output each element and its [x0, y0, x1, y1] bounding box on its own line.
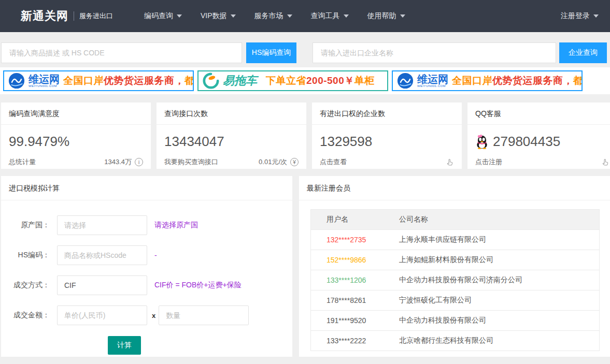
member-company: 上海永顺丰供应链有限公司 — [399, 235, 486, 244]
calculator-panel-title: 进口税模拟计算 — [1, 176, 292, 200]
stat-title: 有进出口权的企业数 — [312, 103, 462, 125]
ad-text-part: 都在维运网 — [573, 75, 583, 86]
weiyun-brand-name: 维运网 — [417, 74, 448, 84]
trade-mode-input[interactable] — [57, 275, 147, 295]
stat-footer-value-text: 1343.4万 — [104, 157, 132, 167]
member-company: 北京啥都行生态科技有限公司 — [399, 336, 493, 345]
member-username: 132****2735 — [311, 236, 399, 244]
company-search-button[interactable]: 企业查询 — [559, 42, 607, 63]
members-panel-title: 最新注册会员 — [299, 176, 610, 200]
ad-text-part: 都在维运网 — [185, 75, 194, 86]
import-tax-calculator-panel: 进口税模拟计算 原产国： 请选择原产国 HS编码： - 成交方式： CIF价 =… — [1, 176, 292, 357]
chevron-down-icon — [400, 14, 405, 18]
origin-country-row: 原产国： 请选择原产国 — [1, 215, 292, 236]
unit-price-input[interactable] — [57, 305, 147, 325]
member-username: 133****1206 — [311, 276, 399, 284]
ad-text-part: 下单立省 — [266, 75, 306, 86]
latest-members-panel: 最新注册会员 用户名 公司名称 132****2735 上海永顺丰供应链有限公司… — [299, 176, 610, 357]
stat-value-text: 1329598 — [320, 134, 372, 150]
hs-code-label: HS编码： — [1, 251, 50, 260]
stat-footer: 点击查看 — [312, 150, 462, 167]
nav-item-query-tools[interactable]: 查询工具 — [311, 11, 349, 21]
trade-mode-label: 成交方式： — [1, 281, 50, 290]
stat-title: 编码查询满意度 — [1, 103, 151, 125]
member-username: 152****9866 — [311, 256, 399, 264]
member-company: 中企动力科技股份有限公司济南分公司 — [399, 275, 522, 285]
weiyun-brand-name: 维运网 — [29, 74, 60, 84]
origin-country-hint: 请选择原产国 — [154, 221, 198, 230]
chevron-down-icon — [593, 14, 599, 18]
amount-label: 成交金额： — [1, 311, 50, 320]
stat-footer: 点击注册 — [467, 150, 610, 167]
stat-footer-value: 0.01元/次 ¥ — [259, 157, 299, 167]
weiyun-ad-banner-right[interactable]: 维运网 WEIYUN001.COM 全国口岸优势货运服务商，都在维运网 — [392, 70, 583, 91]
main-content: 进口税模拟计算 原产国： 请选择原产国 HS编码： - 成交方式： CIF价 =… — [1, 176, 610, 357]
chevron-down-icon — [344, 14, 349, 18]
stat-footer-value: 1343.4万 i — [104, 157, 143, 167]
calculate-button[interactable]: 计算 — [108, 336, 141, 355]
members-table: 用户名 公司名称 132****2735 上海永顺丰供应链有限公司 152***… — [310, 209, 600, 351]
weiyun-ad-banner-left[interactable]: 维运网 WEIYUN001.COM 全国口岸优势货运服务商，都在维运网 — [3, 70, 194, 91]
brand-logo[interactable]: 新通关网 服务进出口 — [21, 8, 113, 24]
weiyun-brand-sub: WEIYUN001.COM — [29, 84, 60, 88]
chevron-down-icon — [231, 14, 236, 18]
ad-banner-strip: 维运网 WEIYUN001.COM 全国口岸优势货运服务商，都在维运网 易拖车 … — [0, 67, 610, 94]
hs-code-search-button[interactable]: HS编码查询 — [246, 42, 296, 63]
nav-item-code-query[interactable]: 编码查询 — [144, 11, 182, 21]
hs-code-search-input[interactable] — [1, 42, 242, 63]
company-search-input[interactable] — [313, 42, 556, 63]
view-companies-link[interactable]: 点击查看 — [320, 157, 347, 167]
members-table-header: 用户名 公司名称 — [311, 210, 599, 229]
brand-title: 新通关网 — [21, 8, 68, 24]
yituoche-ad-banner[interactable]: 易拖车 下单立省200-500￥单柜 — [197, 70, 388, 91]
nav-item-service-market[interactable]: 服务市场 — [254, 11, 292, 21]
weiyun-ad-text: 全国口岸优势货运服务商，都在维运网 — [63, 74, 194, 88]
stat-title: QQ客服 — [467, 103, 610, 125]
stat-value-text: 13434047 — [164, 134, 224, 150]
yituoche-brand-name: 易拖车 — [223, 73, 257, 89]
weiyun-brand-sub: WEIYUN001.COM — [417, 84, 448, 88]
qq-number: 279804435 — [493, 134, 560, 150]
brand-subtitle: 服务进出口 — [79, 11, 113, 21]
search-section: HS编码查询 企业查询 — [0, 32, 610, 63]
nav-item-help[interactable]: 使用帮助 — [367, 11, 405, 21]
stats-row: 编码查询满意度 99.9479% 总统计量 1343.4万 i 查询接口次数 1… — [1, 103, 610, 169]
member-username: 178****8261 — [311, 296, 399, 304]
nav-item-label: 服务市场 — [254, 11, 283, 21]
hs-code-hint: - — [154, 251, 157, 259]
register-link[interactable]: 点击注册 — [475, 157, 502, 167]
weiyun-logo-icon — [397, 72, 414, 89]
nav-item-label: 编码查询 — [144, 11, 173, 21]
nav-item-label: 使用帮助 — [367, 11, 396, 21]
member-username: 191****9520 — [311, 316, 399, 325]
stat-footer-value-text: 0.01元/次 — [259, 157, 287, 167]
nav-item-vip-data[interactable]: VIP数据 — [201, 11, 236, 21]
click-hand-icon — [601, 158, 609, 167]
stat-card-api-count: 查询接口次数 13434047 我要购买查询接口 0.01元/次 ¥ — [157, 103, 306, 169]
origin-country-select[interactable] — [57, 215, 147, 235]
table-row: 133****1206 中企动力科技股份有限公司济南分公司 — [311, 270, 599, 290]
yituoche-logo-icon — [203, 72, 219, 89]
qq-penguin-icon — [475, 135, 489, 149]
ad-text-part: 全国口岸 — [63, 75, 104, 86]
quantity-input[interactable] — [159, 305, 249, 325]
stat-footer: 我要购买查询接口 0.01元/次 ¥ — [157, 150, 306, 167]
register-login-label: 注册登录 — [561, 11, 590, 21]
table-row: 132****2735 上海永顺丰供应链有限公司 — [311, 229, 599, 250]
register-login-menu[interactable]: 注册登录 — [561, 11, 599, 21]
table-row: 133****2222 北京啥都行生态科技有限公司 — [311, 330, 599, 351]
stat-card-company-count: 有进出口权的企业数 1329598 点击查看 — [312, 103, 462, 169]
origin-country-label: 原产国： — [1, 221, 50, 230]
buy-api-link[interactable]: 我要购买查询接口 — [164, 157, 218, 167]
click-hand-icon — [445, 158, 454, 167]
ad-text-part: 优势货运服务商， — [104, 75, 185, 86]
member-company: 中企动力科技股份有限公司 — [399, 316, 486, 325]
hs-code-input[interactable] — [57, 245, 147, 265]
hs-code-row: HS编码： - — [1, 245, 292, 266]
column-header-company: 公司名称 — [399, 215, 428, 224]
ad-text-part: 200-500￥ — [306, 75, 354, 86]
weiyun-brand: 维运网 WEIYUN001.COM — [29, 74, 60, 88]
member-username: 133****2222 — [311, 337, 399, 345]
column-header-username: 用户名 — [311, 215, 399, 224]
stat-value-text: 99.9479% — [9, 134, 69, 150]
